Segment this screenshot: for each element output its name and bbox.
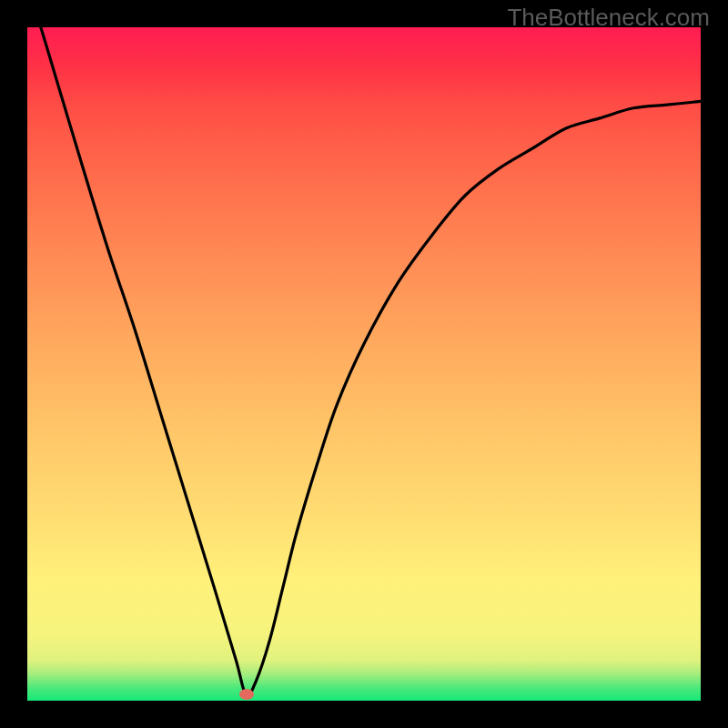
bottleneck-curve: [27, 27, 701, 701]
chart-frame: TheBottleneck.com: [0, 0, 728, 728]
plot-area: [27, 27, 701, 701]
min-marker: [239, 689, 254, 700]
watermark-text: TheBottleneck.com: [507, 4, 710, 32]
